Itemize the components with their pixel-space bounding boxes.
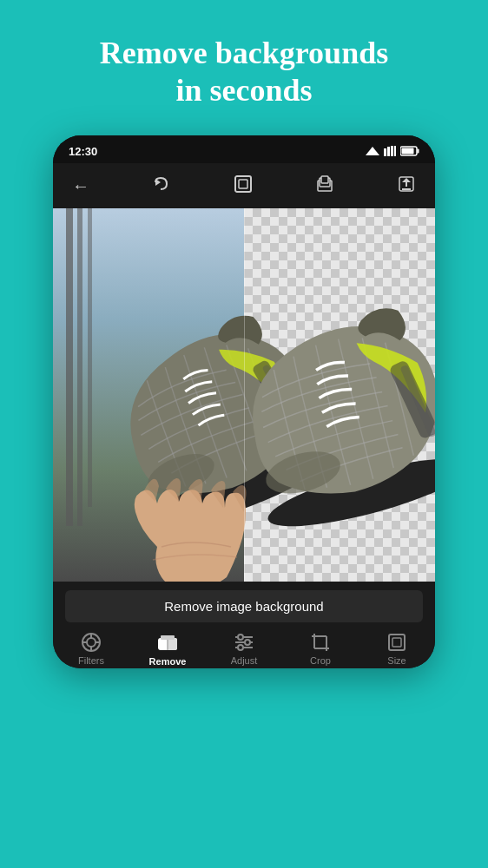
svg-point-41: [238, 645, 243, 650]
image-area: [53, 208, 435, 582]
svg-rect-47: [392, 638, 401, 647]
status-icons: [366, 146, 419, 156]
adjust-label: Adjust: [231, 655, 258, 666]
size-label: Size: [387, 655, 406, 666]
undo-button[interactable]: [152, 175, 171, 197]
svg-marker-16: [402, 178, 411, 182]
nav-item-filters[interactable]: Filters: [65, 632, 117, 666]
top-toolbar: ←: [53, 163, 435, 208]
battery-icon: [400, 146, 419, 156]
remove-bg-button[interactable]: Remove image background: [65, 590, 423, 622]
canvas-button[interactable]: [234, 174, 253, 198]
nav-item-size[interactable]: Size: [371, 632, 423, 666]
layers-button[interactable]: [315, 174, 334, 198]
canvas-icon: [234, 174, 253, 194]
filters-label: Filters: [78, 655, 104, 666]
remove-icon: [156, 631, 179, 654]
svg-rect-46: [389, 635, 405, 650]
nav-bar: Filters Remove: [53, 628, 435, 668]
svg-marker-0: [366, 147, 379, 155]
status-time: 12:30: [69, 145, 97, 158]
svg-rect-33: [168, 638, 177, 650]
svg-rect-1: [384, 148, 386, 156]
crop-icon: [310, 632, 331, 653]
svg-rect-13: [321, 176, 328, 183]
nav-item-crop[interactable]: Crop: [294, 632, 346, 666]
remove-label: Remove: [149, 656, 187, 667]
headline: Remove backgrounds in seconds: [65, 35, 423, 109]
svg-rect-2: [387, 147, 390, 156]
adjust-icon: [234, 632, 254, 653]
svg-rect-4: [394, 146, 396, 156]
wifi-icon: [384, 146, 396, 156]
svg-point-27: [87, 638, 96, 647]
signal-icon: [366, 146, 379, 156]
svg-rect-7: [402, 148, 414, 155]
export-icon: [397, 174, 416, 194]
back-button[interactable]: ←: [72, 176, 89, 196]
status-bar: 12:30: [53, 135, 435, 163]
undo-icon: [152, 175, 171, 193]
nav-item-adjust[interactable]: Adjust: [218, 632, 270, 666]
svg-point-39: [238, 635, 243, 640]
divider-line: [244, 208, 245, 582]
svg-point-40: [245, 640, 250, 645]
export-button[interactable]: [397, 174, 416, 198]
svg-rect-35: [161, 635, 175, 640]
svg-rect-10: [239, 180, 247, 188]
svg-marker-8: [155, 179, 161, 186]
filters-icon: [81, 632, 102, 653]
crop-label: Crop: [310, 655, 331, 666]
svg-rect-6: [418, 149, 419, 154]
svg-rect-9: [235, 176, 251, 192]
layers-icon: [315, 174, 334, 194]
size-icon: [386, 632, 407, 653]
nav-item-remove[interactable]: Remove: [142, 631, 194, 667]
phone-frame: 12:30 ←: [53, 135, 435, 668]
svg-rect-3: [391, 146, 393, 156]
bottom-toolbar: Remove image background Filters: [53, 582, 435, 668]
